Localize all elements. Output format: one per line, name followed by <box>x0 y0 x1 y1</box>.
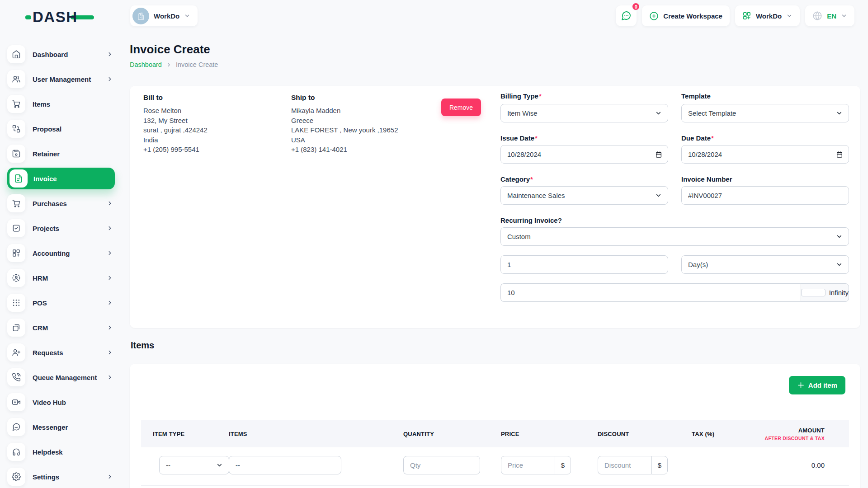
remove-button[interactable]: Remove <box>441 99 481 116</box>
messages-button[interactable]: 0 <box>616 5 637 26</box>
chevron-right-icon <box>107 76 113 82</box>
category-label: Category* <box>500 175 533 183</box>
sidebar-nav: Dashboard User Management Items <box>0 45 122 488</box>
chevron-right-icon <box>107 474 113 480</box>
category-select[interactable]: Maintenance Sales <box>500 186 668 205</box>
chevron-right-icon <box>107 200 113 206</box>
page-title: Invoice Create <box>130 42 210 56</box>
address-line: Mikayla Madden <box>291 106 398 116</box>
ship-to-title: Ship to <box>291 94 398 102</box>
address-line: India <box>143 135 208 145</box>
invoice-file-icon <box>9 169 28 188</box>
item-select-input[interactable] <box>229 456 341 474</box>
plus-icon <box>797 381 805 389</box>
quantity-input[interactable] <box>403 456 465 474</box>
sidebar-item-crm[interactable]: CRM <box>7 319 115 337</box>
chevron-right-icon <box>107 324 113 331</box>
sidebar-item-proposal[interactable]: Proposal <box>7 120 115 138</box>
sidebar-item-video-hub[interactable]: Video Hub <box>7 393 115 411</box>
breadcrumb-dashboard-link[interactable]: Dashboard <box>130 61 162 68</box>
price-input[interactable] <box>501 456 555 474</box>
address-line: +1 (823) 141-4021 <box>291 145 398 155</box>
logo-text: DASH <box>33 9 78 26</box>
plus-circle-icon <box>649 11 659 21</box>
chevron-right-icon <box>107 250 113 256</box>
workspace-avatar <box>132 8 149 24</box>
create-workspace-button[interactable]: Create Workspace <box>642 5 730 26</box>
person-scan-icon <box>7 269 25 287</box>
recurring-invoice-select[interactable]: Custom <box>500 227 849 246</box>
chevron-right-icon <box>166 62 172 68</box>
infinity-checkbox[interactable] <box>801 289 826 296</box>
recurring-unit-select[interactable]: Day(s) <box>681 255 849 274</box>
row-amount-value: 0.00 <box>811 461 825 469</box>
item-type-select[interactable]: -- <box>159 456 229 474</box>
due-date-input[interactable]: 10/28/2024 <box>681 145 849 164</box>
sidebar-item-pos[interactable]: POS <box>7 294 115 312</box>
language-selector[interactable]: EN <box>805 5 854 26</box>
invoice-number-input[interactable] <box>681 186 849 205</box>
sidebar-item-messenger[interactable]: Messenger <box>7 418 115 436</box>
column-header-items: ITEMS <box>222 431 399 437</box>
users-icon <box>7 70 25 88</box>
recurring-invoice-label: Recurring Invoice? <box>500 216 562 224</box>
billing-type-select[interactable]: Item Wise <box>500 104 668 122</box>
sidebar-item-projects[interactable]: Projects <box>7 219 115 237</box>
template-label: Template <box>681 92 711 100</box>
discount-input[interactable] <box>598 456 651 474</box>
sidebar-item-accounting[interactable]: Accounting <box>7 244 115 262</box>
chevron-right-icon <box>107 374 113 380</box>
discount-currency-addon: $ <box>651 456 668 474</box>
swap-grid-icon <box>7 120 25 138</box>
chevron-right-icon <box>107 51 113 57</box>
recurring-interval-input[interactable] <box>500 255 668 274</box>
ship-to-block: Ship to Mikayla Madden Greece LAKE FORES… <box>291 94 398 155</box>
sidebar-item-helpdesk[interactable]: Helpdesk <box>7 443 115 461</box>
discount-group: $ <box>598 456 668 474</box>
workspace-selector[interactable]: WorkDo <box>130 5 198 26</box>
item-row: -- $ $ <box>141 447 849 486</box>
sidebar-item-retainer[interactable]: Retainer <box>7 145 115 163</box>
chat-icon <box>621 10 632 21</box>
address-line: Greece <box>291 116 398 126</box>
sidebar-item-settings[interactable]: Settings <box>7 468 115 486</box>
address-line: +1 (205) 995-5541 <box>143 145 208 155</box>
sidebar-item-items[interactable]: Items <box>7 95 115 113</box>
chevron-down-icon <box>655 192 662 199</box>
issue-date-label: Issue Date* <box>500 134 538 142</box>
invoice-create-page: DASH Dashboard User Management <box>0 0 868 488</box>
chevron-down-icon <box>655 110 662 117</box>
sidebar-item-requests[interactable]: Requests <box>7 343 115 361</box>
issue-date-input[interactable]: 10/28/2024 <box>500 145 668 164</box>
quantity-addon <box>465 456 480 474</box>
invoice-details-card: Bill to Rose Melton 132, My Street surat… <box>130 86 860 328</box>
invoice-number-label: Invoice Number <box>681 175 732 183</box>
price-currency-addon: $ <box>555 456 571 474</box>
template-select[interactable]: Select Template <box>681 104 849 122</box>
chevron-right-icon <box>107 349 113 356</box>
sidebar-item-purchases[interactable]: Purchases <box>7 194 115 212</box>
cart-icon <box>7 194 25 212</box>
chevron-down-icon <box>836 233 843 240</box>
recurring-cycles-input[interactable] <box>500 283 801 302</box>
grid-plus-icon <box>7 244 25 262</box>
add-item-button[interactable]: Add item <box>789 376 845 394</box>
chevron-down-icon <box>216 462 223 469</box>
billing-type-label: Billing Type* <box>500 92 542 100</box>
sidebar-item-dashboard[interactable]: Dashboard <box>7 45 115 63</box>
dots-grid-icon <box>7 294 25 312</box>
check-square-icon <box>7 219 25 237</box>
sidebar-item-invoice[interactable]: Invoice <box>7 168 115 189</box>
sidebar-item-user-management[interactable]: User Management <box>7 70 115 88</box>
dash-logo[interactable]: DASH <box>25 7 94 27</box>
logo-green-dot <box>25 15 31 19</box>
sidebar-item-queue-management[interactable]: Queue Management <box>7 368 115 386</box>
column-header-discount: DISCOUNT <box>592 431 686 437</box>
company-menu-button[interactable]: WorkDo <box>735 5 800 26</box>
infinity-toggle[interactable]: Infinity <box>801 283 849 302</box>
video-camera-icon <box>7 393 25 411</box>
gear-icon <box>7 468 25 486</box>
column-header-quantity: QUANTITY <box>399 431 495 437</box>
sidebar-item-hrm[interactable]: HRM <box>7 269 115 287</box>
calendar-icon <box>655 151 662 158</box>
